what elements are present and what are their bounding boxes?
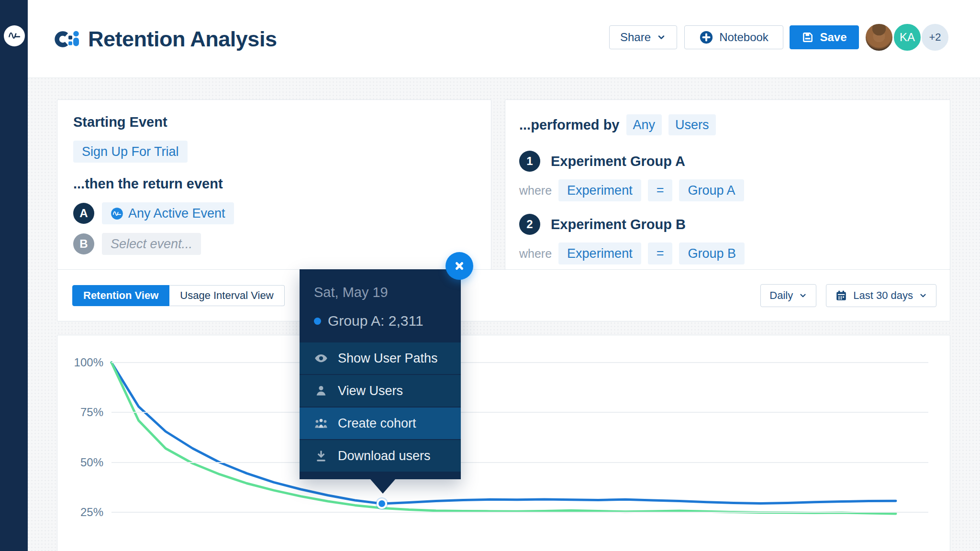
- datapoint-tooltip: Sat, May 19 Group A: 2,311 Show User Pat…: [300, 269, 461, 479]
- where-label: where: [519, 184, 552, 198]
- amplitude-logo-icon[interactable]: [4, 25, 25, 46]
- performed-by-users-chip[interactable]: Users: [668, 114, 716, 135]
- menu-item-label: View Users: [338, 384, 403, 398]
- where-value-chip[interactable]: Group A: [679, 179, 744, 201]
- any-active-event-chip[interactable]: Any Active Event: [102, 202, 234, 224]
- interval-dropdown[interactable]: Daily: [760, 284, 816, 307]
- download-icon: [314, 449, 328, 463]
- starting-event-heading: Starting Event: [73, 114, 491, 130]
- page-title: Retention Analysis: [88, 27, 277, 52]
- page-header: Retention Analysis Share Notebook Save: [28, 0, 980, 78]
- user-icon: [314, 384, 328, 398]
- starting-event-panel: Starting Event Sign Up For Trial ...then…: [57, 99, 491, 270]
- menu-item-create-cohort[interactable]: Create cohort: [300, 408, 461, 439]
- app-sidebar: [0, 0, 28, 551]
- performed-by-any-chip[interactable]: Any: [626, 114, 662, 135]
- avatar-photo[interactable]: [865, 23, 893, 52]
- event-badge-b: B: [73, 233, 94, 254]
- tab-retention-view[interactable]: Retention View: [72, 285, 169, 306]
- return-event-row-b: B Select event...: [73, 233, 491, 255]
- cohort-icon: [314, 416, 328, 430]
- any-active-event-label: Any Active Event: [128, 206, 225, 221]
- tooltip-series-value: Group A: 2,311: [328, 313, 423, 329]
- wave-icon: [111, 207, 123, 220]
- where-operator-chip[interactable]: =: [648, 179, 673, 201]
- menu-item-download-users[interactable]: Download users: [300, 440, 461, 472]
- close-icon[interactable]: [445, 252, 473, 280]
- where-property-chip[interactable]: Experiment: [558, 179, 641, 201]
- where-clause-row: where Experiment = Group A: [519, 179, 950, 201]
- save-button[interactable]: Save: [790, 25, 859, 49]
- where-value-chip[interactable]: Group B: [679, 242, 745, 264]
- event-badge-a: A: [73, 203, 94, 224]
- notebook-button[interactable]: Notebook: [684, 25, 783, 49]
- group-name: Experiment Group B: [551, 217, 686, 232]
- tooltip-header: Sat, May 19 Group A: 2,311: [300, 269, 461, 342]
- menu-item-view-users[interactable]: View Users: [300, 375, 461, 407]
- notebook-label: Notebook: [719, 31, 768, 44]
- view-toolbar: Retention View Usage Interval View Daily…: [57, 269, 950, 321]
- share-button[interactable]: Share: [609, 25, 677, 49]
- group-number-badge: 1: [519, 151, 540, 172]
- menu-item-show-user-paths[interactable]: Show User Paths: [300, 342, 461, 374]
- where-operator-chip[interactable]: =: [648, 242, 673, 264]
- share-label: Share: [620, 31, 651, 44]
- performed-by-panel: ...performed by Any Users 1 Experiment G…: [505, 99, 950, 270]
- interval-value: Daily: [769, 289, 793, 302]
- chevron-down-icon: [657, 33, 666, 42]
- tooltip-date: Sat, May 19: [314, 285, 446, 300]
- select-event-placeholder-chip[interactable]: Select event...: [102, 233, 201, 255]
- wave-icon: [7, 29, 22, 43]
- menu-item-label: Show User Paths: [338, 351, 438, 366]
- avatar-overflow-count[interactable]: +2: [921, 23, 949, 52]
- eye-icon: [314, 351, 328, 365]
- return-event-row-a: A Any Active Event: [73, 202, 491, 224]
- where-clause-row: where Experiment = Group B: [519, 242, 950, 264]
- starting-event-chip[interactable]: Sign Up For Trial: [73, 141, 188, 163]
- date-range-value: Last 30 days: [853, 289, 913, 302]
- performed-by-label: ...performed by: [519, 117, 620, 133]
- view-toggle: Retention View Usage Interval View: [72, 285, 285, 306]
- save-floppy-icon: [802, 31, 814, 44]
- date-range-dropdown[interactable]: Last 30 days: [826, 284, 936, 307]
- retention-chart-card: [57, 335, 950, 551]
- group-number-badge: 2: [519, 214, 540, 235]
- group-name: Experiment Group A: [551, 154, 685, 169]
- calendar-icon: [835, 289, 847, 302]
- experiment-group-row: 1 Experiment Group A: [519, 151, 950, 172]
- save-label: Save: [820, 31, 846, 44]
- tab-usage-interval-view[interactable]: Usage Interval View: [169, 285, 284, 306]
- retention-chart-type-icon: [54, 26, 80, 52]
- where-property-chip[interactable]: Experiment: [558, 242, 641, 264]
- plus-circle-icon: [699, 30, 713, 44]
- return-event-heading: ...then the return event: [73, 176, 491, 192]
- series-dot-icon: [314, 318, 321, 325]
- tooltip-arrow: [370, 479, 395, 494]
- where-label: where: [519, 247, 552, 261]
- avatar-initials[interactable]: KA: [893, 23, 922, 52]
- chevron-down-icon: [919, 291, 927, 300]
- retention-analysis-app: Retention Analysis Share Notebook Save: [0, 0, 980, 551]
- chevron-down-icon: [799, 291, 807, 300]
- experiment-group-row: 2 Experiment Group B: [519, 214, 950, 235]
- menu-item-label: Create cohort: [338, 416, 416, 431]
- performed-by-row: ...performed by Any Users: [519, 114, 950, 135]
- menu-item-label: Download users: [338, 449, 431, 463]
